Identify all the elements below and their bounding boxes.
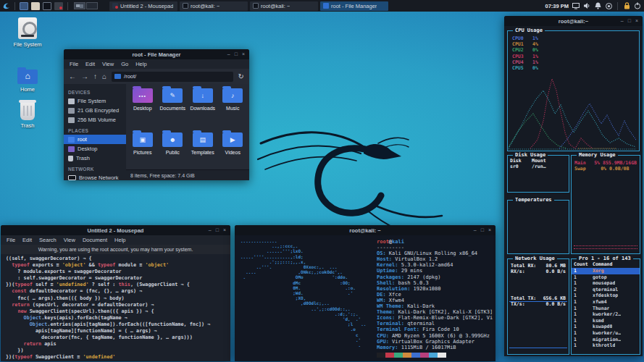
folder-documents[interactable]: ✎Documents (158, 88, 188, 125)
menu-item-edit[interactable]: Edit (85, 61, 95, 67)
fm-sidebar: DEVICESFile System21 GB Encrypted256 MB … (64, 84, 126, 180)
menu-item-help[interactable]: Help (135, 61, 146, 67)
up-icon[interactable]: ↑ (93, 69, 97, 84)
desktop-icon-home[interactable]: Home (7, 65, 48, 93)
workspace-2[interactable] (86, 2, 98, 9)
folder-pictures[interactable]: ▣Pictures (127, 132, 158, 169)
minimize-button[interactable]: – (474, 225, 477, 235)
menu-item-document[interactable]: Document (83, 237, 107, 243)
process-row[interactable]: 1kthrotld (572, 342, 640, 349)
folder-desktop[interactable]: •••Desktop (127, 88, 158, 125)
terminal-titlebar[interactable]: root@kali: ~ – □ × (235, 225, 495, 235)
process-row[interactable]: 1kworker/2… (572, 311, 640, 318)
process-row[interactable]: 1kworker/u… (572, 330, 640, 337)
taskbar-item[interactable]: Untitled 2 - Mousepad (109, 1, 177, 11)
neofetch-info-row: WM Theme: Kali-Dark (377, 303, 493, 309)
folder-music[interactable]: ♪Music (218, 88, 248, 125)
fm-window-title: root - File Manager (64, 51, 249, 58)
code-area[interactable]: ((self, swaggerDecorator) ⇒ { typeof exp… (1, 254, 230, 361)
maximize-button[interactable]: □ (216, 225, 219, 235)
cpu-usage-box: CPU Usage CPU01%CPU14%CPU20%CPU31%CPU41%… (507, 30, 640, 151)
fm-titlebar[interactable]: root - File Manager – □ × (64, 49, 249, 59)
sidebar-item-trash[interactable]: Trash (64, 153, 126, 163)
status-disc-icon[interactable] (605, 2, 612, 9)
launcher-files-icon[interactable] (31, 2, 40, 10)
process-row[interactable]: 1migration… (572, 337, 640, 343)
sidebar-item-21-gb-encrypted[interactable]: 21 GB Encrypted (64, 106, 126, 115)
taskbar-item[interactable]: root@kali: ~ (180, 1, 248, 11)
reload-icon[interactable]: ↻ (238, 69, 244, 84)
document-icon: ▤ (193, 132, 213, 147)
launcher-window-icon[interactable] (20, 2, 28, 10)
terminal-body[interactable]: .............. ..,;:ccc,. ......''';lxO.… (235, 235, 495, 361)
close-button[interactable]: × (635, 16, 638, 26)
neofetch-info-row: Icons: Flat-Remix-Blue-Dark [GTK2], Vibr (377, 315, 493, 321)
close-button[interactable]: × (223, 225, 226, 235)
neofetch-info-row: Terminal Font: Fira Code 10 (377, 327, 493, 332)
menu-item-view[interactable]: View (64, 237, 75, 243)
folder-videos[interactable]: ▶Videos (218, 132, 248, 169)
notifications-bell-icon[interactable] (594, 2, 601, 9)
volume-icon[interactable] (583, 2, 590, 9)
desktop-icon-trash[interactable]: Trash (7, 100, 48, 129)
menu-item-file[interactable]: File (70, 61, 78, 67)
forward-icon[interactable]: → (81, 69, 88, 84)
mousepad-titlebar[interactable]: Untitled 2 - Mousepad – □ × (1, 225, 230, 235)
process-row[interactable]: 1Xorg (572, 268, 640, 274)
minimize-button[interactable]: – (209, 225, 212, 235)
process-row[interactable]: 1mousepad (572, 280, 640, 287)
close-button[interactable]: × (488, 225, 491, 235)
minimize-button[interactable]: – (621, 16, 624, 26)
desktop-icon-file-system[interactable]: File System (7, 17, 48, 48)
lock-icon[interactable] (623, 2, 630, 9)
back-icon[interactable]: ← (69, 69, 76, 84)
code-line: apis[tagName][functionName] = ( … args) … (6, 328, 230, 334)
process-row[interactable]: 1Thunar (572, 306, 640, 312)
taskbar-item[interactable]: root@kali: ~ (250, 1, 318, 11)
process-row[interactable]: 1xfwm4 (572, 299, 640, 306)
folder-label: Downloads (188, 106, 218, 111)
code-line: typeof exports ≡ 'object' && typeof modu… (6, 262, 230, 269)
process-row[interactable]: 1gotop (572, 274, 640, 281)
sidebar-item-256-mb-volume[interactable]: 256 MB Volume (64, 115, 126, 125)
folder-downloads[interactable]: ↓Downloads (188, 88, 218, 125)
folder-public[interactable]: ☻Public (158, 132, 188, 169)
menu-item-view[interactable]: View (102, 61, 114, 67)
maximize-button[interactable]: □ (481, 225, 484, 235)
workspace-pager[interactable] (74, 2, 98, 9)
folder-templates[interactable]: ▤Templates (188, 132, 218, 169)
minimize-button[interactable]: – (227, 49, 230, 59)
memory-row: Swap0%0.0B/0B (572, 166, 640, 172)
process-row[interactable]: 1xfdesktop (572, 292, 640, 299)
power-icon[interactable] (634, 2, 641, 9)
process-row[interactable]: 2qterminal (572, 287, 640, 293)
launcher-editor-icon[interactable] (54, 2, 63, 10)
menu-item-help[interactable]: Help (114, 237, 125, 243)
launcher-terminal-icon[interactable] (43, 2, 51, 10)
sidebar-item-desktop[interactable]: Desktop (64, 144, 126, 153)
menu-item-edit[interactable]: Edit (22, 237, 32, 243)
display-icon[interactable] (572, 2, 580, 9)
taskbar-item[interactable]: root - File Manager (320, 1, 388, 11)
menu-item-search[interactable]: Search (39, 237, 57, 243)
net-tx-total: Total TX: 656.6 KB (508, 295, 569, 301)
sidebar-item-file-system[interactable]: File System (64, 96, 126, 106)
maximize-button[interactable]: □ (628, 16, 631, 26)
sidebar-item-browse-network[interactable]: Browse Network (64, 173, 126, 180)
workspace-1[interactable] (74, 2, 85, 9)
terminal-window: root@kali: ~ – □ × .............. ..,;:c… (235, 225, 495, 361)
maximize-button[interactable]: □ (235, 49, 238, 59)
file-manager-window: root - File Manager – □ × FileEditViewGo… (64, 49, 249, 180)
process-row[interactable]: 1kswapd0 (572, 324, 640, 330)
clock[interactable]: 07:39 PM (545, 3, 569, 9)
path-bar[interactable]: /root/ (112, 72, 233, 82)
menu-item-go[interactable]: Go (121, 61, 128, 67)
terminal-window-title: root@kali: ~ (235, 227, 495, 234)
home-icon[interactable]: ⌂ (102, 69, 106, 84)
menu-item-file[interactable]: File (7, 237, 15, 243)
process-row[interactable]: 1ksmd (572, 318, 640, 324)
monitor-titlebar[interactable]: root@kali:~ – □ × (504, 16, 643, 26)
close-button[interactable]: × (242, 49, 245, 59)
sidebar-item-root[interactable]: root (64, 135, 126, 144)
kali-logo-icon[interactable] (3, 2, 10, 9)
